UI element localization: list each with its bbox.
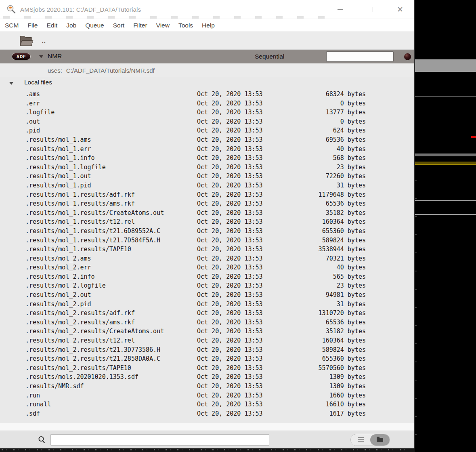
- menu-item-file[interactable]: File: [23, 22, 42, 29]
- file-name: .results/mol_1.results/ams.rkf: [25, 200, 197, 207]
- search-input[interactable]: [50, 434, 269, 446]
- file-row[interactable]: .results/NMR.sdf Oct 20, 2020 13:53 1309…: [0, 383, 414, 392]
- file-row[interactable]: .results/mol_2.ams Oct 20, 2020 13:53 70…: [0, 255, 414, 264]
- file-size: 1617 bytes: [278, 410, 366, 417]
- uses-path: C:/ADF_DATA/Tutorials/NMR.sdf: [66, 67, 155, 74]
- maximize-button[interactable]: [365, 4, 375, 15]
- file-name: .results/mol_2.results/t21.2858DA0A.C: [25, 355, 197, 362]
- file-row[interactable]: .run Oct 20, 2020 13:53 1660 bytes: [0, 392, 414, 401]
- file-row[interactable]: .results/mol_1.results/TAPE10 Oct 20, 20…: [0, 246, 414, 255]
- file-row[interactable]: .results/mol_2.results/adf.rkf Oct 20, 2…: [0, 309, 414, 319]
- file-name: .results/mol_1.results/CreateAtoms.out: [25, 209, 197, 217]
- file-name: .pid: [25, 127, 197, 134]
- job-expand-caret-icon[interactable]: [39, 55, 43, 58]
- file-row[interactable]: .results/mol_1.results/t21.7D584F5A.H Oc…: [0, 237, 414, 246]
- file-name: .results/mol_2.results/t12.rel: [25, 337, 197, 344]
- file-name: .results/mol_1.results/t21.7D584F5A.H: [25, 237, 197, 244]
- file-row[interactable]: .results/mol_2.results/TAPE10 Oct 20, 20…: [0, 364, 414, 374]
- file-row[interactable]: .results/mol_2.results/ams.rkf Oct 20, 2…: [0, 319, 414, 328]
- file-size: 94981 bytes: [278, 291, 366, 299]
- list-view-button[interactable]: [351, 434, 370, 446]
- file-row[interactable]: .runall Oct 20, 2020 13:53 16610 bytes: [0, 401, 414, 410]
- file-row[interactable]: .ams Oct 20, 2020 13:53 68324 bytes: [0, 90, 414, 100]
- file-name: .results/mol_2.logfile: [25, 282, 197, 289]
- menu-item-queue[interactable]: Queue: [81, 22, 108, 29]
- file-row[interactable]: .results/mol_2.results/t21.3D773586.H Oc…: [0, 346, 414, 355]
- file-size: 160364 bytes: [278, 218, 366, 225]
- menu-item-filter[interactable]: Filter: [129, 22, 151, 29]
- file-name: .results/mol_1.results/t21.6D89552A.C: [25, 227, 197, 235]
- file-date: Oct 20, 2020 13:53: [197, 328, 278, 335]
- window-title: AMSjobs 2020.101: C:/ADF_DATA/Tutorials: [20, 6, 141, 13]
- menu-item-edit[interactable]: Edit: [42, 22, 61, 29]
- folder-view-button[interactable]: [370, 434, 390, 446]
- menu-item-view[interactable]: View: [152, 22, 174, 29]
- menu-item-tools[interactable]: Tools: [174, 22, 197, 29]
- file-row[interactable]: .results/mol_2.logfile Oct 20, 2020 13:5…: [0, 282, 414, 291]
- file-row[interactable]: .results/mol_2.err Oct 20, 2020 13:53 40…: [0, 264, 414, 273]
- file-name: .results/NMR.sdf: [25, 383, 197, 390]
- file-date: Oct 20, 2020 13:53: [197, 364, 278, 372]
- minimize-button[interactable]: [335, 4, 346, 15]
- file-name: .results/mol_1.err: [25, 145, 197, 153]
- local-files-panel: Local files .ams Oct 20, 2020 13:53 6832…: [0, 77, 414, 423]
- file-date: Oct 20, 2020 13:53: [197, 273, 278, 280]
- file-date: Oct 20, 2020 13:53: [197, 100, 278, 107]
- file-row[interactable]: .results/mol_2.out Oct 20, 2020 13:53 94…: [0, 291, 414, 301]
- file-row[interactable]: .pid Oct 20, 2020 13:53 624 bytes: [0, 127, 414, 136]
- close-button[interactable]: ✕: [395, 4, 405, 15]
- file-date: Oct 20, 2020 13:53: [197, 301, 278, 308]
- file-size: 69536 bytes: [278, 136, 366, 143]
- desktop-artifact-gray-stripe: [415, 153, 476, 156]
- file-date: Oct 20, 2020 13:53: [197, 127, 278, 134]
- bottom-bar: [0, 431, 414, 448]
- desktop-artifact-ticks: [415, 180, 417, 446]
- screen: AMSjobs 2020.101: C:/ADF_DATA/Tutorials …: [0, 0, 476, 452]
- file-row[interactable]: .results/mol_1.pid Oct 20, 2020 13:53 31…: [0, 182, 414, 191]
- file-row[interactable]: .results/mols.20201020.1353.sdf Oct 20, …: [0, 373, 414, 383]
- job-note-input[interactable]: [326, 51, 394, 62]
- file-date: Oct 20, 2020 13:53: [197, 355, 278, 362]
- file-row[interactable]: .results/mol_1.results/t21.6D89552A.C Oc…: [0, 227, 414, 237]
- file-row[interactable]: .results/mol_2.results/CreateAtoms.out O…: [0, 328, 414, 337]
- file-row[interactable]: .results/mol_1.ams Oct 20, 2020 13:53 69…: [0, 136, 414, 145]
- file-row[interactable]: .results/mol_1.err Oct 20, 2020 13:53 40…: [0, 145, 414, 155]
- desktop-artifact-line: [415, 200, 476, 201]
- file-date: Oct 20, 2020 13:53: [197, 191, 278, 198]
- file-row[interactable]: .results/mol_1.results/adf.rkf Oct 20, 2…: [0, 191, 414, 200]
- file-row[interactable]: .sdf Oct 20, 2020 13:53 1617 bytes: [0, 410, 414, 419]
- folder-view-icon: [377, 438, 383, 442]
- menu-item-help[interactable]: Help: [198, 22, 219, 29]
- file-size: 31 bytes: [278, 182, 366, 189]
- file-row[interactable]: .results/mol_2.results/t21.2858DA0A.C Oc…: [0, 355, 414, 364]
- job-name[interactable]: NMR: [48, 53, 62, 60]
- menu-item-sort[interactable]: Sort: [109, 22, 128, 29]
- file-row[interactable]: .results/mol_1.results/ams.rkf Oct 20, 2…: [0, 200, 414, 209]
- job-bar[interactable]: ADF NMR Sequential: [0, 50, 414, 63]
- file-name: .results/mols.20201020.1353.sdf: [25, 373, 197, 381]
- local-files-collapse-caret-icon[interactable]: [9, 82, 13, 85]
- file-row[interactable]: .results/mol_1.results/t12.rel Oct 20, 2…: [0, 218, 414, 227]
- file-row[interactable]: .results/mol_2.results/t12.rel Oct 20, 2…: [0, 337, 414, 346]
- file-size: 68324 bytes: [278, 90, 366, 98]
- file-row[interactable]: .results/mol_1.info Oct 20, 2020 13:53 5…: [0, 154, 414, 164]
- file-row[interactable]: .out Oct 20, 2020 13:53 0 bytes: [0, 118, 414, 127]
- file-row[interactable]: .results/mol_1.results/CreateAtoms.out O…: [0, 209, 414, 219]
- parent-directory-button[interactable]: ..: [18, 34, 46, 47]
- file-name: .results/mol_1.logfile: [25, 164, 197, 171]
- folder-icon: [18, 34, 35, 47]
- file-size: 1309 bytes: [278, 373, 366, 381]
- file-row[interactable]: .logfile Oct 20, 2020 13:53 13777 bytes: [0, 109, 414, 118]
- file-row[interactable]: .results/mol_2.info Oct 20, 2020 13:53 5…: [0, 273, 414, 282]
- menu-item-scm[interactable]: SCM: [1, 22, 23, 29]
- file-name: .sdf: [25, 410, 197, 417]
- file-row[interactable]: .err Oct 20, 2020 13:53 0 bytes: [0, 100, 414, 109]
- file-date: Oct 20, 2020 13:53: [197, 200, 278, 207]
- file-row[interactable]: .results/mol_2.pid Oct 20, 2020 13:53 31…: [0, 301, 414, 310]
- file-name: .results/mol_2.ams: [25, 255, 197, 262]
- file-size: 1309 bytes: [278, 383, 366, 390]
- file-row[interactable]: .results/mol_1.out Oct 20, 2020 13:53 72…: [0, 172, 414, 182]
- file-row[interactable]: .results/mol_1.logfile Oct 20, 2020 13:5…: [0, 164, 414, 173]
- menu-item-job[interactable]: Job: [62, 22, 80, 29]
- file-size: 1660 bytes: [278, 392, 366, 399]
